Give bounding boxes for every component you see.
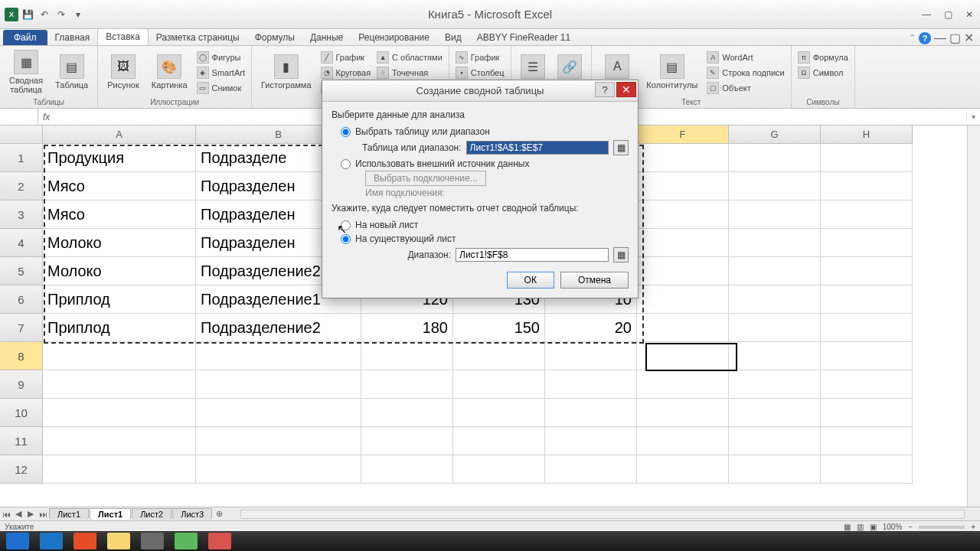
cell[interactable]: [821, 172, 913, 201]
tab-page-layout[interactable]: Разметка страницы: [149, 30, 247, 45]
cell[interactable]: [361, 370, 453, 399]
cell[interactable]: [821, 144, 913, 172]
cell[interactable]: [545, 455, 637, 484]
cell[interactable]: [729, 257, 821, 285]
headerfooter-button[interactable]: ▤Колонтитулы: [642, 47, 702, 96]
row-header[interactable]: 11: [0, 427, 43, 455]
cell[interactable]: [43, 399, 196, 427]
view-layout-icon[interactable]: ▥: [857, 523, 864, 531]
cell[interactable]: [821, 399, 913, 427]
zoom-in-icon[interactable]: +: [971, 523, 975, 531]
cell[interactable]: [453, 342, 545, 370]
start-button[interactable]: [6, 533, 29, 549]
radio-external-source[interactable]: [341, 159, 351, 169]
cell[interactable]: [637, 285, 729, 314]
row-header[interactable]: 8: [0, 342, 43, 370]
zoom-out-icon[interactable]: −: [908, 523, 913, 531]
taskbar-app-icon[interactable]: [208, 533, 231, 549]
formula-expand-icon[interactable]: ▾: [966, 112, 980, 121]
cell[interactable]: [637, 257, 729, 285]
view-break-icon[interactable]: ▣: [870, 523, 877, 531]
view-normal-icon[interactable]: ▦: [844, 523, 851, 531]
row-header[interactable]: 4: [0, 229, 43, 257]
cell[interactable]: 20: [545, 314, 637, 342]
cell[interactable]: [637, 342, 729, 370]
redo-icon[interactable]: ↷: [54, 7, 69, 22]
cell[interactable]: [545, 399, 637, 427]
tab-review[interactable]: Рецензирование: [351, 30, 437, 45]
cell[interactable]: [637, 427, 729, 455]
pivottable-button[interactable]: ▦Сводная таблица: [5, 47, 47, 96]
sheet-tab-active[interactable]: Лист1: [90, 508, 131, 520]
taskbar-ie-icon[interactable]: [40, 533, 63, 549]
range-input[interactable]: [466, 141, 609, 155]
cell[interactable]: [821, 285, 913, 314]
cell[interactable]: Мясо: [43, 172, 196, 201]
save-icon[interactable]: 💾: [20, 7, 35, 22]
cell[interactable]: [821, 314, 913, 342]
cell[interactable]: [729, 144, 821, 172]
cell[interactable]: [637, 455, 729, 484]
signature-button[interactable]: ✎Строка подписи: [705, 66, 786, 80]
dialog-help-icon[interactable]: ?: [595, 82, 615, 97]
column-header[interactable]: [0, 126, 43, 144]
wordart-button[interactable]: AWordArt: [705, 51, 786, 64]
cell[interactable]: [729, 342, 821, 370]
radio-new-sheet[interactable]: [341, 220, 351, 230]
doc-close-icon[interactable]: ✕: [964, 31, 974, 45]
row-header[interactable]: 10: [0, 399, 43, 427]
cell[interactable]: [43, 427, 196, 455]
cell[interactable]: [729, 399, 821, 427]
cell[interactable]: [729, 455, 821, 484]
dialog-title-bar[interactable]: Создание сводной таблицы ? ✕: [322, 80, 638, 102]
cell[interactable]: [453, 370, 545, 399]
next-sheet-icon[interactable]: ▶: [24, 509, 37, 519]
column-header[interactable]: F: [637, 126, 729, 144]
cell[interactable]: [637, 229, 729, 257]
chart-pie-button[interactable]: ◔Круговая: [319, 66, 373, 80]
cell[interactable]: [821, 342, 913, 370]
row-header[interactable]: 5: [0, 257, 43, 285]
cell[interactable]: Мясо: [43, 201, 196, 229]
cell[interactable]: [545, 370, 637, 399]
cell[interactable]: [637, 144, 729, 172]
spark-line-button[interactable]: ∿График: [454, 51, 506, 64]
location-input[interactable]: [456, 248, 609, 262]
cell[interactable]: Молоко: [43, 229, 196, 257]
cell[interactable]: Подразделение2: [196, 314, 361, 342]
chart-line-button[interactable]: ╱График: [319, 51, 373, 64]
cell[interactable]: [637, 370, 729, 399]
cell[interactable]: [361, 399, 453, 427]
histogram-button[interactable]: ▮Гистограмма: [256, 47, 316, 96]
cell[interactable]: [821, 455, 913, 484]
cell[interactable]: [453, 455, 545, 484]
tab-home[interactable]: Главная: [47, 30, 98, 45]
cell[interactable]: Приплод: [43, 285, 196, 314]
row-header[interactable]: 12: [0, 455, 43, 484]
minimize-icon[interactable]: —: [916, 8, 937, 21]
zoom-level[interactable]: 100%: [883, 523, 903, 531]
taskbar-folder-icon[interactable]: [107, 533, 130, 549]
cell[interactable]: [729, 427, 821, 455]
cell[interactable]: [729, 172, 821, 201]
taskbar-app-icon[interactable]: [74, 533, 96, 549]
qat-dropdown-icon[interactable]: ▾: [70, 7, 86, 22]
shapes-button[interactable]: ◯Фигуры: [195, 51, 247, 64]
help-icon[interactable]: ?: [919, 32, 931, 44]
tab-insert[interactable]: Вставка: [97, 28, 149, 45]
cell[interactable]: [729, 370, 821, 399]
first-sheet-icon[interactable]: ⏮: [0, 510, 12, 519]
column-header[interactable]: G: [729, 126, 821, 144]
cancel-button[interactable]: Отмена: [560, 272, 629, 289]
taskbar-app-icon[interactable]: [141, 533, 164, 549]
tab-view[interactable]: Вид: [437, 30, 469, 45]
cell[interactable]: [637, 201, 729, 229]
radio-existing-sheet[interactable]: [341, 234, 351, 244]
radio-select-range[interactable]: [341, 127, 351, 137]
cell[interactable]: [196, 342, 361, 370]
undo-icon[interactable]: ↶: [37, 7, 52, 22]
cell[interactable]: [729, 314, 821, 342]
cell[interactable]: [196, 427, 361, 455]
cell[interactable]: [43, 342, 196, 370]
zoom-slider[interactable]: [919, 526, 965, 529]
